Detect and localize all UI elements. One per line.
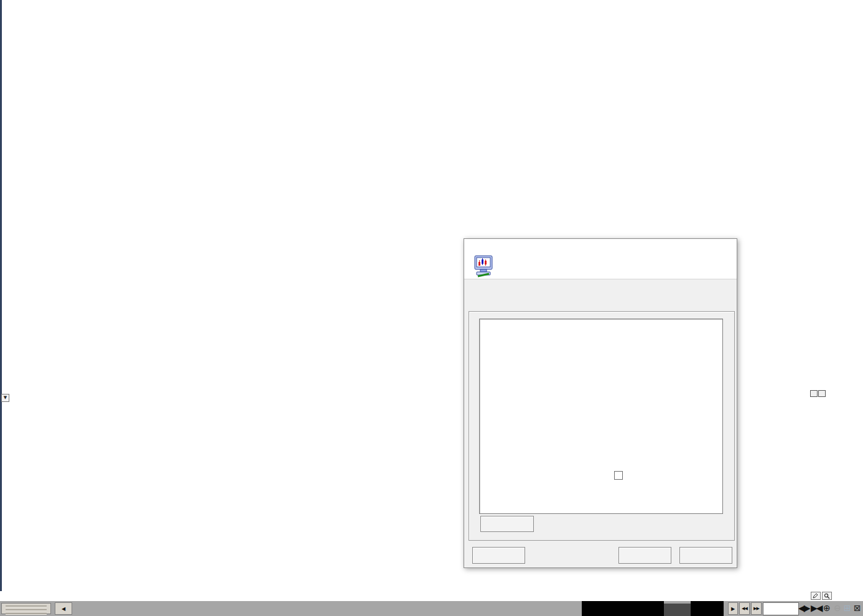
- zoom-out-icon[interactable]: ⊖: [834, 603, 841, 614]
- navigator-recent-bars: [664, 604, 691, 616]
- zoom-tool-button[interactable]: [822, 592, 832, 600]
- page-forward-button[interactable]: ▶▶: [751, 602, 762, 615]
- close-box-icon[interactable]: ⊠: [854, 603, 861, 614]
- expand-bars-icon[interactable]: ◀▶: [798, 603, 809, 614]
- time-axis: [0, 591, 863, 601]
- edit-button[interactable]: [472, 547, 525, 564]
- scrollbar-grip[interactable]: [1, 603, 51, 614]
- pencil-icon: [813, 593, 819, 599]
- lower-pane-header: ▼: [1, 391, 11, 402]
- trading-app-window: ▼ ◀ ▶ ◀◀ ▶▶ ◀▶ ▶◀ ⊕ ⊖ ⊞ ⊠: [0, 0, 863, 616]
- system-trading-settings-dialog: [464, 238, 737, 568]
- dialog-tab-page: [469, 311, 735, 541]
- ok-button[interactable]: [618, 547, 671, 564]
- chart-scrollbar[interactable]: ◀ ▶ ◀◀ ▶▶ ◀▶ ▶◀ ⊕ ⊖ ⊞ ⊠: [0, 601, 863, 616]
- variables-table[interactable]: [479, 319, 723, 514]
- checkbox-box[interactable]: [614, 471, 623, 480]
- edit-variables-button[interactable]: [480, 516, 534, 532]
- navigator-viewport-block[interactable]: [582, 601, 664, 616]
- dialog-titlebar[interactable]: [464, 239, 737, 253]
- pane-close-button[interactable]: [818, 390, 826, 397]
- compress-bars-icon[interactable]: ▶◀: [811, 603, 822, 614]
- page-back-button[interactable]: ◀◀: [739, 602, 750, 615]
- step-forward-button[interactable]: ▶: [728, 602, 738, 615]
- zoom-in-icon[interactable]: ⊕: [823, 603, 831, 614]
- navigator-viewport-block2[interactable]: [691, 601, 724, 616]
- scroll-left-button[interactable]: ◀: [55, 602, 72, 615]
- save-default-checkbox-row[interactable]: [614, 471, 626, 480]
- window-left-edge: [0, 0, 2, 591]
- pane-minimize-button[interactable]: [810, 390, 818, 397]
- cancel-button[interactable]: [679, 547, 732, 564]
- bar-count-input[interactable]: [763, 602, 799, 615]
- grid-view-icon[interactable]: ⊞: [844, 603, 851, 614]
- pane-collapse-icon[interactable]: ▼: [1, 394, 9, 402]
- dialog-header: [464, 253, 737, 279]
- system-variables-icon: [473, 254, 498, 278]
- magnifier-icon: [824, 593, 830, 599]
- dialog-close-button[interactable]: [718, 240, 732, 251]
- draw-tool-button[interactable]: [811, 592, 821, 600]
- navigator-silhouette: [73, 601, 582, 616]
